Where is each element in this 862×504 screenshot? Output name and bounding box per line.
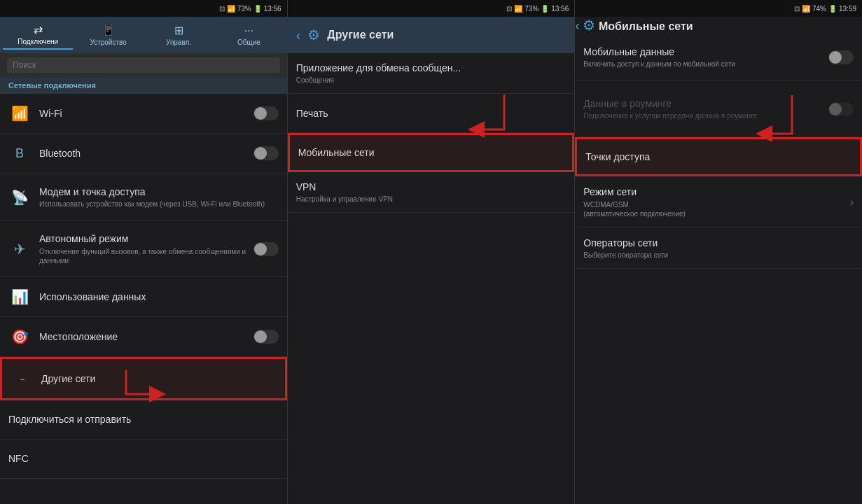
mobiledata-toggle[interactable] [828, 50, 854, 64]
page-title-2: Другие сети [327, 29, 394, 41]
tab-connections-label: Подключени [18, 38, 58, 46]
item-othernets[interactable]: ··· Другие сети [0, 357, 287, 400]
item-datausage[interactable]: 📊 Использование данных [0, 277, 287, 317]
status-icons-1: ⊡ 📶 73% 🔋 13:56 [219, 5, 281, 13]
vpn-subtitle: Настройка и управление VPN [296, 195, 566, 204]
settings-icon-3: ⚙ [583, 18, 595, 33]
location-toggle[interactable] [253, 330, 279, 344]
mobile-nets-wrap: Мобильные сети [288, 133, 575, 172]
airplane-subtitle: Отключение функций вызовов, а также обме… [39, 247, 253, 265]
wifi-icon: 📶 [8, 102, 31, 125]
bluetooth-toggle[interactable] [253, 146, 279, 160]
signal-icon-3: 📶 [802, 5, 810, 13]
tab-device[interactable]: 📱 Устройство [73, 21, 143, 49]
mobiledata-subtitle: Включить доступ к данным по мобильной се… [583, 59, 828, 69]
tab-controls[interactable]: ⊞ Управл. [144, 21, 214, 49]
item-location[interactable]: 🎯 Местоположение [0, 317, 287, 357]
wifi-toggle-knob [254, 107, 267, 120]
status-icons-3: ⊡ 📶 74% 🔋 13:59 [794, 5, 856, 13]
general-icon: ··· [244, 24, 253, 37]
item-accesspoints[interactable]: Точки доступа [575, 137, 862, 176]
panel-mobile-networks: ⊡ 📶 74% 🔋 13:59 ‹ ⚙ Мобильные сети Мобил… [575, 0, 862, 504]
bluetooth-toggle-knob [254, 147, 267, 160]
panel-connections: ⊡ 📶 73% 🔋 13:56 ⇄ Подключени 📱 Устройств… [0, 0, 288, 504]
time-3: 13:59 [839, 5, 856, 13]
messaging-title: Приложение для обмена сообщен... [296, 62, 566, 74]
back-button-3[interactable]: ‹ [575, 18, 580, 33]
controls-icon: ⊞ [174, 24, 183, 37]
page-title-3: Мобильные сети [599, 20, 693, 32]
battery-text-2: 73% [524, 5, 538, 13]
tab-general-label: Общие [237, 38, 260, 46]
time-1: 13:56 [264, 5, 281, 13]
portrait-icon-2: ⊡ [506, 5, 512, 13]
connections-icon: ⇄ [34, 23, 43, 36]
page-title-bar-2: ‹ ⚙ Другие сети [288, 17, 575, 53]
section-network: Сетевые подключения [0, 77, 287, 94]
location-toggle-knob [254, 330, 267, 343]
battery-icon-2: 🔋 [541, 5, 549, 13]
status-icons-2: ⊡ 📶 73% 🔋 13:56 [506, 5, 569, 13]
modem-title: Модем и точка доступа [39, 186, 279, 198]
item-messaging[interactable]: Приложение для обмена сообщен... Сообщен… [288, 53, 575, 94]
bluetooth-title: Bluetooth [39, 147, 253, 160]
wifi-toggle[interactable] [253, 106, 279, 120]
tab-general[interactable]: ··· Общие [214, 22, 284, 49]
airplane-icon: ✈ [8, 238, 31, 260]
battery-icon-1: 🔋 [253, 5, 262, 13]
battery-text-1: 73% [237, 5, 251, 13]
roaming-subtitle: Подключение к услугам передачи данных в … [583, 111, 828, 120]
item-wifi[interactable]: 📶 Wi-Fi [0, 94, 287, 134]
airplane-toggle[interactable] [253, 242, 279, 256]
networkmode-chevron: › [850, 196, 854, 209]
networkmode-title: Режим сети [583, 186, 844, 198]
modem-icon: 📡 [8, 186, 31, 209]
location-icon: 🎯 [8, 326, 31, 348]
item-bluetooth[interactable]: B Bluetooth [0, 134, 287, 174]
item-connect-send[interactable]: Подключиться и отправить [0, 400, 287, 440]
item-print[interactable]: Печать [288, 94, 575, 133]
back-button-2[interactable]: ‹ [296, 27, 301, 43]
roaming-toggle[interactable] [828, 102, 854, 116]
item-networkmode[interactable]: Режим сети WCDMA/GSM(автоматическое подк… [575, 176, 862, 228]
page-title-bar-3: ‹ ⚙ Мобильные сети [575, 17, 862, 34]
connect-send-title: Подключиться и отправить [8, 413, 279, 426]
roaming-toggle-knob [829, 103, 842, 115]
item-airplane[interactable]: ✈ Автономный режим Отключение функций вы… [0, 221, 287, 277]
item-mobiledata[interactable]: Мобильные данные Включить доступ к данны… [575, 34, 862, 81]
panel-other-networks: ⊡ 📶 73% 🔋 13:56 ‹ ⚙ Другие сети Приложен… [288, 0, 576, 504]
networkmode-subtitle: WCDMA/GSM(автоматическое подключение) [583, 200, 844, 218]
item-mobilenets[interactable]: Мобильные сети [288, 133, 575, 172]
mobiledata-toggle-knob [829, 51, 842, 64]
item-modem[interactable]: 📡 Модем и точка доступа Использовать уст… [0, 174, 287, 221]
device-icon: 📱 [102, 24, 116, 37]
airplane-title: Автономный режим [39, 232, 253, 245]
top-nav-1: ⇄ Подключени 📱 Устройство ⊞ Управл. ··· … [0, 17, 287, 53]
item-nfc[interactable]: NFC [0, 440, 287, 479]
access-points-wrap: Точки доступа [575, 137, 862, 176]
portrait-icon: ⊡ [219, 5, 225, 13]
item-roaming[interactable]: Данные в роуминге Подключение к услугам … [575, 81, 862, 137]
time-2: 13:56 [551, 5, 569, 13]
battery-text-3: 74% [812, 5, 826, 13]
signal-icon-2: 📶 [514, 5, 522, 13]
datausage-title: Использование данных [39, 290, 279, 303]
item-operators[interactable]: Операторы сети Выберите оператора сети [575, 228, 862, 269]
panel1-content: 📶 Wi-Fi B Bluetooth 📡 Модем и точка дост… [0, 94, 287, 504]
bluetooth-icon: B [8, 142, 31, 164]
search-input-1[interactable] [7, 57, 280, 73]
othernets-title: Другие сети [41, 372, 277, 385]
mobiledata-title: Мобильные данные [583, 46, 828, 58]
wifi-title: Wi-Fi [39, 107, 253, 120]
vpn-title: VPN [296, 181, 566, 193]
settings-icon-2: ⚙ [307, 27, 320, 43]
datausage-icon: 📊 [8, 286, 31, 308]
messaging-subtitle: Сообщения [296, 76, 566, 85]
item-vpn[interactable]: VPN Настройка и управление VPN [288, 172, 575, 213]
tab-connections[interactable]: ⇄ Подключени [3, 20, 73, 50]
tab-controls-label: Управл. [166, 38, 191, 46]
location-title: Местоположение [39, 330, 253, 343]
modem-subtitle: Использовать устройство как модем (через… [39, 200, 279, 209]
mobilenets-title: Мобильные сети [298, 146, 564, 159]
roaming-title: Данные в роуминге [583, 97, 828, 110]
